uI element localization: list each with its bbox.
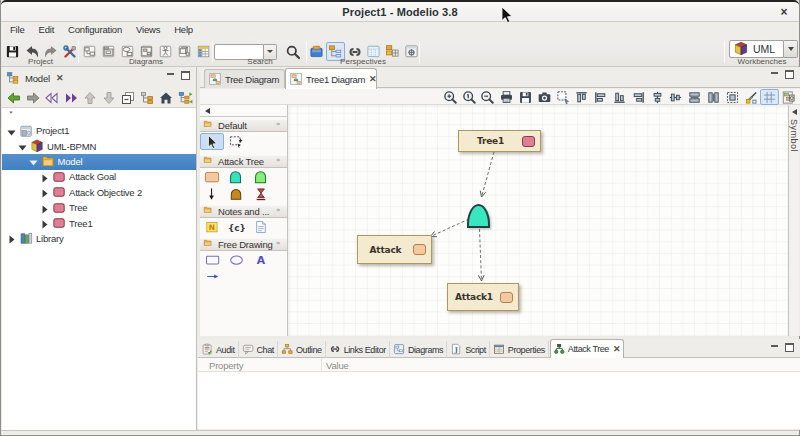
tool-draw-arrow-icon[interactable] (200, 269, 224, 286)
diagram-canvas[interactable]: Tree1AttackAttack1 (288, 105, 788, 336)
pin-icon[interactable] (276, 208, 284, 216)
expander-closed-icon[interactable] (40, 174, 49, 183)
pin-icon[interactable] (276, 241, 284, 249)
tool-attack-rect-icon[interactable] (200, 169, 224, 186)
menu-help[interactable]: Help (167, 22, 200, 38)
workbench-combo-dropdown[interactable] (784, 40, 798, 58)
bottom-tab-links-editor[interactable]: Links Editor (327, 341, 390, 358)
move-down-icon[interactable] (99, 89, 118, 107)
tab-close-icon[interactable]: ✕ (613, 344, 620, 354)
node-attack1[interactable]: Attack1 (447, 283, 519, 311)
editor-tab-tree1-diagram[interactable]: Tree1 Diagram✕ (285, 68, 377, 89)
tool-and-operator-icon[interactable] (224, 186, 248, 203)
maximize-editor-button[interactable] (785, 70, 794, 79)
maximize-panel-button[interactable] (181, 71, 190, 80)
expander-closed-icon[interactable] (40, 189, 49, 198)
tool-marquee-tool-icon[interactable] (224, 133, 248, 150)
select-zone-icon[interactable] (554, 89, 573, 105)
tree-item-library[interactable]: Library (2, 231, 196, 247)
sync-tree-icon[interactable] (175, 89, 194, 107)
nav-back-icon[interactable] (4, 89, 23, 107)
minimize-panel-button[interactable] (166, 71, 175, 80)
dependency-edge[interactable] (431, 219, 470, 237)
tool-draw-text-icon[interactable]: A (249, 252, 273, 269)
expander-closed-icon[interactable] (40, 205, 49, 214)
node-tree1[interactable]: Tree1 (458, 130, 541, 152)
zoom-in-icon[interactable] (441, 89, 460, 105)
tab-model[interactable]: Model ✕ (6, 69, 63, 87)
workbench-combo[interactable]: UML (729, 40, 798, 58)
model-tab-close-icon[interactable]: ✕ (54, 73, 64, 83)
center-horizontal-icon[interactable] (666, 89, 685, 105)
palette-section-notes-and[interactable]: Notes and ... (200, 205, 287, 218)
symbol-expand-icon[interactable] (792, 109, 797, 115)
tool-note-icon[interactable]: N (200, 219, 224, 236)
tool-sandglass-icon[interactable] (249, 186, 273, 203)
nav-forward-icon[interactable] (23, 89, 42, 107)
property-table-body[interactable] (198, 372, 800, 429)
grid-icon[interactable] (760, 89, 779, 105)
tool-draw-rect-icon[interactable] (200, 252, 224, 269)
expander-open-icon[interactable] (18, 143, 27, 152)
node-attack[interactable]: Attack (357, 235, 432, 264)
column-divider[interactable] (321, 358, 322, 372)
home-icon[interactable] (156, 89, 175, 107)
align-left-icon[interactable] (591, 89, 610, 105)
collapse-all-icon[interactable] (118, 89, 137, 107)
view-menu-icon[interactable] (8, 111, 17, 118)
dependency-edge[interactable] (480, 229, 482, 281)
editor-tab-tree-diagram[interactable]: Tree Diagram (204, 69, 285, 88)
bottom-tab-properties[interactable]: Properties (491, 341, 549, 358)
palette-section-attack-tree[interactable]: Attack Tree (200, 155, 287, 168)
show-hierarchy-icon[interactable] (137, 89, 156, 107)
column-header-property[interactable]: Property (209, 360, 243, 371)
minimize-bottom-panel-button[interactable] (770, 343, 779, 352)
pin-icon[interactable] (276, 158, 284, 166)
bottom-tab-script[interactable]: JScript (448, 341, 490, 358)
fit-content-icon[interactable] (723, 89, 742, 105)
minimize-editor-button[interactable] (770, 70, 779, 79)
expander-open-icon[interactable] (7, 128, 16, 137)
tree-item-tree1[interactable]: Tree1 (2, 216, 196, 232)
tool-gate-teal-icon[interactable] (224, 169, 248, 186)
align-bottom-icon[interactable] (610, 89, 629, 105)
maximize-bottom-panel-button[interactable] (785, 343, 794, 352)
dependency-edge[interactable] (482, 152, 495, 197)
tool-document-icon[interactable] (249, 219, 273, 236)
align-right-icon[interactable] (629, 89, 648, 105)
save-diagram-icon[interactable] (516, 89, 535, 105)
tab-close-icon[interactable]: ✕ (369, 74, 376, 84)
bottom-tab-audit[interactable]: Audit (199, 341, 239, 358)
tree-item-uml-bpmn[interactable]: UML-BPMN (2, 139, 196, 155)
move-up-icon[interactable] (80, 89, 99, 107)
palette-collapse-icon[interactable] (205, 108, 210, 114)
related-next-icon[interactable] (61, 89, 80, 107)
related-prev-icon[interactable] (42, 89, 61, 107)
expander-closed-icon[interactable] (40, 220, 49, 229)
bottom-tab-outline[interactable]: Outline (279, 341, 326, 358)
format-brush-icon[interactable] (742, 89, 761, 105)
menu-views[interactable]: Views (129, 22, 167, 38)
print-icon[interactable] (497, 89, 516, 105)
palette-section-default[interactable]: Default (200, 119, 287, 132)
page-setup-icon[interactable] (779, 89, 798, 105)
tree-item-attack-objective-2[interactable]: Attack Objective 2 (2, 185, 196, 201)
tree-item-project1[interactable]: Project1 (2, 124, 196, 140)
menu-file[interactable]: File (3, 22, 32, 38)
expander-open-icon[interactable] (29, 158, 38, 167)
tool-draw-ellipse-icon[interactable] (224, 252, 248, 269)
zoom-out-icon[interactable] (478, 89, 497, 105)
tool-gate-green-icon[interactable] (249, 169, 273, 186)
column-header-value[interactable]: Value (326, 360, 349, 371)
menu-configuration[interactable]: Configuration (61, 22, 129, 38)
symbol-panel-strip[interactable]: Symbol (788, 105, 799, 336)
snapshot-icon[interactable] (535, 89, 554, 105)
window-close-button[interactable]: × (777, 5, 791, 19)
align-top-icon[interactable] (572, 89, 591, 105)
bottom-tab-chat[interactable]: Chat (240, 341, 278, 358)
bottom-tab-attack-tree[interactable]: Attack Tree✕ (550, 339, 624, 358)
menu-edit[interactable]: Edit (32, 22, 62, 38)
tree-item-tree[interactable]: Tree (2, 201, 196, 217)
same-width-icon[interactable] (685, 89, 704, 105)
pin-icon[interactable] (276, 122, 284, 130)
